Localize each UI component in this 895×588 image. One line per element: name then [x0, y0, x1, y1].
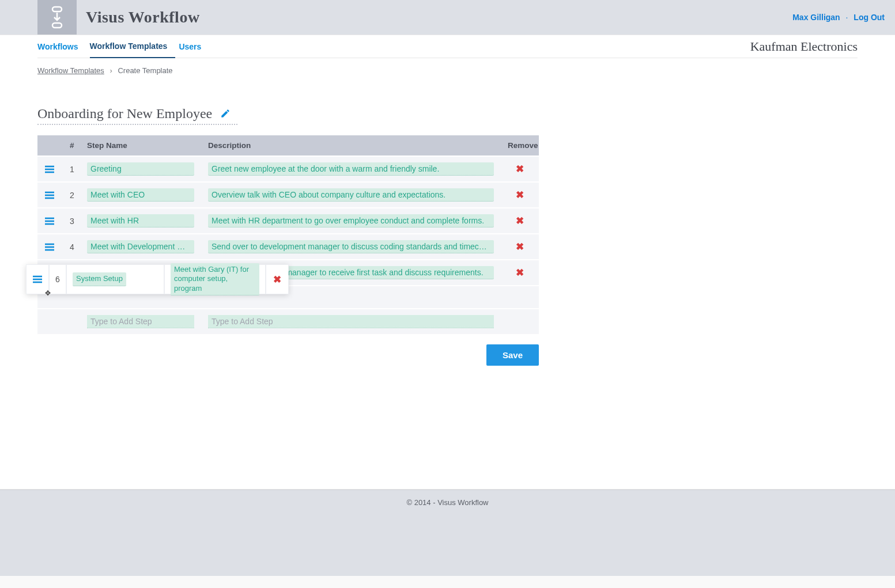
template-title-row: Onboarding for New Employee [37, 106, 858, 125]
tab-users[interactable]: Users [179, 35, 209, 58]
separator: · [846, 13, 848, 22]
remove-step-icon[interactable]: ✖ [273, 274, 281, 286]
breadcrumb-current: Create Template [118, 66, 172, 75]
dragging-step-number: 6 [49, 264, 66, 294]
step-number: 3 [63, 208, 80, 234]
workflow-logo-icon [48, 6, 66, 29]
step-desc-input[interactable]: Greet new employee at the door with a wa… [208, 162, 494, 176]
step-number: 1 [63, 156, 80, 182]
step-name-input[interactable]: Greeting [87, 162, 194, 176]
dragging-step-name[interactable]: System Setup [73, 272, 126, 286]
drag-handle-icon[interactable] [44, 243, 56, 251]
edit-title-icon[interactable] [220, 108, 231, 119]
col-header-drag [37, 135, 63, 156]
breadcrumb-parent[interactable]: Workflow Templates [37, 66, 104, 75]
footer-copyright: © 2014 - Visus Workflow [406, 498, 488, 507]
app-logo [37, 0, 77, 35]
drag-handle-icon[interactable] [44, 191, 56, 199]
svg-rect-2 [52, 23, 62, 28]
remove-step-icon[interactable]: ✖ [516, 189, 524, 200]
step-desc-input[interactable]: Meet with HR department to go over emplo… [208, 214, 494, 227]
organization-name: Kaufman Electronics [750, 39, 858, 54]
step-name-input[interactable]: Meet with CEO [87, 188, 194, 202]
drag-handle-icon[interactable] [44, 165, 56, 173]
tab-workflow-templates[interactable]: Workflow Templates [90, 35, 176, 58]
step-desc-input[interactable]: Send over to development manager to disc… [208, 240, 494, 253]
step-name-input[interactable]: Meet with Development Manager [87, 240, 194, 253]
add-step-row: Type to Add Step Type to Add Step [37, 309, 539, 334]
table-row: 1GreetingGreet new employee at the door … [37, 156, 539, 182]
nav-tabs: Workflows Workflow Templates Users Kaufm… [37, 35, 858, 58]
drag-handle-icon[interactable] [44, 217, 56, 225]
footer: © 2014 - Visus Workflow [0, 490, 895, 576]
page-content: Workflows Workflow Templates Users Kaufm… [0, 35, 895, 490]
col-header-description: Description [201, 135, 501, 156]
logout-link[interactable]: Log Out [854, 13, 885, 22]
step-number: 2 [63, 182, 80, 208]
add-step-desc-input[interactable]: Type to Add Step [208, 315, 494, 328]
table-row: 2Meet with CEOOverview talk with CEO abo… [37, 182, 539, 208]
chevron-right-icon: › [109, 66, 112, 75]
step-name-input[interactable]: Meet with HR [87, 214, 194, 227]
col-header-number: # [63, 135, 80, 156]
table-row: 4Meet with Development ManagerSend over … [37, 234, 539, 260]
move-cursor-icon: ✥ [45, 289, 51, 297]
step-desc-input[interactable]: Overview talk with CEO about company cul… [208, 188, 494, 202]
drag-handle-icon[interactable]: ✥ [26, 264, 49, 294]
col-header-step-name: Step Name [80, 135, 201, 156]
save-button[interactable]: Save [486, 344, 539, 366]
dragging-step-row[interactable]: ✥ 6 System Setup Meet with Gary (IT) for… [26, 264, 289, 294]
remove-step-icon[interactable]: ✖ [516, 215, 524, 226]
remove-step-icon[interactable]: ✖ [516, 164, 524, 174]
remove-step-icon[interactable]: ✖ [516, 267, 524, 278]
breadcrumb: Workflow Templates › Create Template [37, 66, 858, 75]
topbar: Visus Workflow Max Gilligan · Log Out [0, 0, 895, 35]
table-row: 3Meet with HRMeet with HR department to … [37, 208, 539, 234]
app-title: Visus Workflow [86, 8, 200, 26]
dragging-step-desc[interactable]: Meet with Gary (IT) for computer setup, … [171, 263, 259, 295]
steps-table: # Step Name Description Remove 1Greeting… [37, 135, 539, 334]
add-step-name-input[interactable]: Type to Add Step [87, 315, 194, 328]
step-number: 4 [63, 234, 80, 260]
template-title[interactable]: Onboarding for New Employee [37, 106, 237, 125]
header-user-area: Max Gilligan · Log Out [792, 13, 885, 22]
user-name-link[interactable]: Max Gilligan [792, 13, 840, 22]
col-header-remove: Remove [501, 135, 539, 156]
remove-step-icon[interactable]: ✖ [516, 241, 524, 252]
tab-workflows[interactable]: Workflows [37, 35, 86, 58]
svg-rect-0 [52, 7, 62, 12]
